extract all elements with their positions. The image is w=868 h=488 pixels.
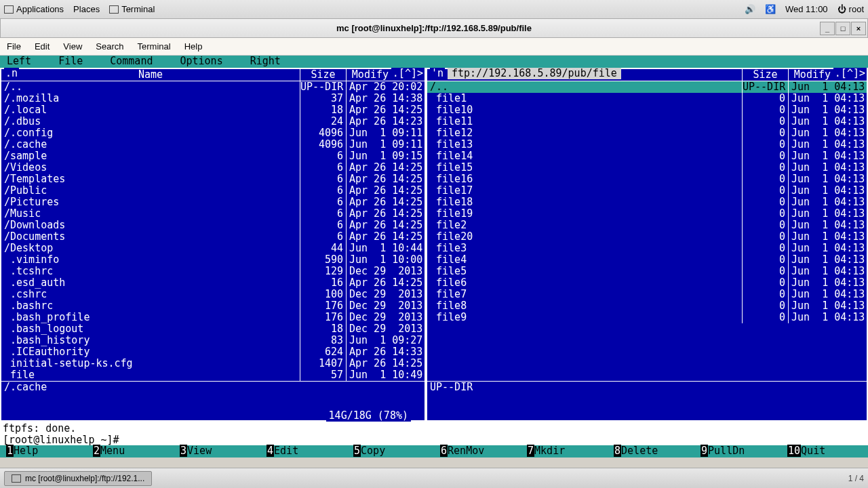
file-row[interactable]: file180Jun 1 04:13 [427, 197, 867, 208]
minimize-button[interactable]: _ [820, 22, 835, 35]
file-row[interactable]: file10Jun 1 04:13 [427, 93, 867, 104]
file-row[interactable]: .bashrc176Dec 29 2013 [1, 300, 425, 312]
window-title: mc [root@linuxhelp]:/ftp://192.168.5.89/… [336, 23, 532, 33]
file-row[interactable]: .cshrc100Dec 29 2013 [1, 289, 425, 300]
file-row[interactable]: file100Jun 1 04:13 [427, 104, 867, 116]
file-row[interactable]: /Desktop44Jun 1 10:44 [1, 243, 425, 254]
file-row[interactable]: file30Jun 1 04:13 [427, 243, 867, 254]
mc-menu-file[interactable]: File [58, 56, 83, 68]
file-row[interactable]: .bash_profile176Dec 29 2013 [1, 312, 425, 323]
footer-selection: UP--DIR [430, 382, 473, 393]
fkey-9[interactable]: 9PullDn [694, 445, 781, 458]
file-row[interactable]: file60Jun 1 04:13 [427, 277, 867, 289]
file-row[interactable]: file140Jun 1 04:13 [427, 150, 867, 162]
mc-menu-right[interactable]: Right [250, 56, 281, 68]
taskbar-window[interactable]: mc [root@linuxhelp]:/ftp://192.1... [4, 471, 152, 486]
file-row[interactable]: /..UP--DIRApr 26 20:02 [1, 81, 425, 93]
file-row[interactable]: initial-setup-ks.cfg1407Apr 26 14:25 [1, 358, 425, 369]
active-app[interactable]: Terminal [109, 4, 155, 14]
file-row[interactable]: /Downloads6Apr 26 14:25 [1, 220, 425, 231]
file-row[interactable]: file50Jun 1 04:13 [427, 266, 867, 277]
col-size[interactable]: Size [742, 69, 788, 81]
file-row[interactable]: /.mozilla37Apr 26 14:38 [1, 93, 425, 104]
file-row[interactable]: /Public6Apr 26 14:25 [1, 185, 425, 197]
file-row[interactable]: file160Jun 1 04:13 [427, 174, 867, 185]
file-row[interactable]: file90Jun 1 04:13 [427, 312, 867, 323]
file-row[interactable]: /Templates6Apr 26 14:25 [1, 174, 425, 185]
panel-header: Name Size Modify time [1, 69, 425, 81]
file-row[interactable]: .esd_auth16Apr 26 14:25 [1, 277, 425, 289]
shutdown-icon: ⏻ [837, 4, 846, 14]
foot-icon [4, 5, 14, 14]
file-row[interactable]: file57Jun 1 10:49 [1, 369, 425, 381]
panel-corner[interactable]: .[^]> [391, 68, 425, 79]
mc-menu-left[interactable]: Left [7, 56, 31, 68]
file-row[interactable]: .tcshrc129Dec 29 2013 [1, 266, 425, 277]
panel-sort-letter: .n [4, 68, 19, 79]
file-row[interactable]: .bash_logout18Dec 29 2013 [1, 323, 425, 335]
fkey-3[interactable]: 3View [174, 445, 260, 458]
file-row[interactable]: .viminfo590Jun 1 10:00 [1, 254, 425, 266]
user-menu[interactable]: ⏻root [837, 4, 864, 14]
file-row[interactable]: /..UP--DIRJun 1 04:13 [427, 81, 867, 93]
col-name[interactable]: Name [1, 69, 300, 81]
maximize-button[interactable]: □ [835, 22, 850, 35]
mc-menu-options[interactable]: Options [180, 56, 222, 68]
menu-edit[interactable]: Edit [35, 41, 50, 52]
disk-usage: 14G/18G (78%) [326, 410, 411, 422]
file-row[interactable]: file190Jun 1 04:13 [427, 208, 867, 220]
file-row[interactable]: file20Jun 1 04:13 [427, 220, 867, 231]
fkey-10[interactable]: 10Quit [781, 445, 868, 458]
file-row[interactable]: file120Jun 1 04:13 [427, 127, 867, 139]
file-row[interactable]: /.cache4096Jun 1 09:11 [1, 139, 425, 150]
file-row[interactable]: file80Jun 1 04:13 [427, 300, 867, 312]
menu-help[interactable]: Help [184, 41, 203, 52]
fkey-6[interactable]: 6RenMov [434, 445, 521, 458]
fkey-7[interactable]: 7Mkdir [521, 445, 608, 458]
menu-file[interactable]: File [7, 41, 21, 52]
file-row[interactable]: /sample6Jun 1 09:15 [1, 150, 425, 162]
file-row[interactable]: /Pictures6Apr 26 14:25 [1, 197, 425, 208]
file-row[interactable]: /Documents6Apr 26 14:25 [1, 231, 425, 243]
file-row[interactable]: file70Jun 1 04:13 [427, 289, 867, 300]
file-row[interactable]: file170Jun 1 04:13 [427, 185, 867, 197]
fkey-4[interactable]: 4Edit [260, 445, 347, 458]
fkey-8[interactable]: 8Delete [608, 445, 694, 458]
file-row[interactable]: .ICEauthority624Apr 26 14:33 [1, 346, 425, 358]
fkey-1[interactable]: 1Help [0, 445, 87, 458]
panel-corner[interactable]: .[^]> [833, 68, 867, 79]
file-row[interactable]: file130Jun 1 04:13 [427, 139, 867, 150]
panel-footer: /.cache [1, 381, 425, 393]
file-row[interactable]: .bash_history83Jun 1 09:27 [1, 335, 425, 346]
fkey-5[interactable]: 5Copy [347, 445, 434, 458]
file-row[interactable]: /Videos6Apr 26 14:25 [1, 162, 425, 174]
col-size[interactable]: Size [300, 69, 346, 81]
file-row[interactable]: file150Jun 1 04:13 [427, 162, 867, 174]
menu-view[interactable]: View [63, 41, 82, 52]
mc-menu-command[interactable]: Command [110, 56, 153, 68]
file-row[interactable]: /Music6Apr 26 14:25 [1, 208, 425, 220]
right-panel[interactable]: 'n ftp://192.168.5.89/pub/file .[^]> Nam… [426, 68, 868, 422]
accessibility-icon[interactable]: ♿ [765, 4, 776, 14]
shell-prompt[interactable]: ftpfs: done. [root@linuxhelp ~]# [0, 422, 868, 445]
volume-icon[interactable]: 🔊 [745, 4, 755, 14]
file-row[interactable]: file40Jun 1 04:13 [427, 254, 867, 266]
applications-menu[interactable]: Applications [4, 4, 64, 14]
panel-path[interactable]: ftp://192.168.5.89/pub/file [448, 68, 621, 79]
clock[interactable]: Wed 11:00 [785, 4, 828, 14]
file-row[interactable]: file110Jun 1 04:13 [427, 116, 867, 127]
fkey-2[interactable]: 2Menu [87, 445, 174, 458]
places-menu[interactable]: Places [73, 4, 100, 14]
file-row[interactable]: /.dbus24Apr 26 14:23 [1, 116, 425, 127]
window-titlebar[interactable]: mc [root@linuxhelp]:/ftp://192.168.5.89/… [0, 19, 868, 38]
gnome-topbar: Applications Places Terminal 🔊 ♿ Wed 11:… [0, 0, 868, 19]
file-row[interactable]: file200Jun 1 04:13 [427, 231, 867, 243]
menu-search[interactable]: Search [96, 41, 123, 52]
menu-terminal[interactable]: Terminal [138, 41, 171, 52]
file-row[interactable]: /.local18Apr 26 14:25 [1, 104, 425, 116]
workspace-indicator[interactable]: 1 / 4 [848, 474, 864, 483]
close-button[interactable]: × [851, 22, 866, 35]
function-keys: 1Help 2Menu 3View 4Edit 5Copy 6RenMov 7M… [0, 445, 868, 458]
left-panel[interactable]: .n .[^]> Name Size Modify time /..UP--DI… [0, 68, 426, 422]
file-row[interactable]: /.config4096Jun 1 09:11 [1, 127, 425, 139]
